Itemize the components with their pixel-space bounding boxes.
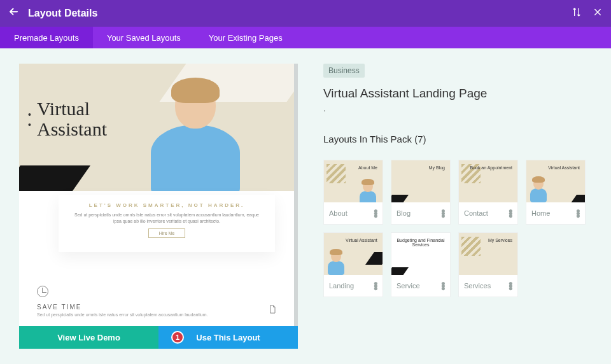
tab-bar: Premade Layouts Your Saved Layouts Your … [0,27,611,48]
decorative-shape [19,165,90,191]
more-icon[interactable]: ●●● [576,209,580,217]
layout-thumb-home[interactable]: Virtual Assistant Home●●● [526,160,586,225]
document-icon [269,305,276,316]
layout-thumb-contact[interactable]: Book an Appointment Contact●●● [458,160,518,225]
close-icon[interactable] [593,8,602,19]
layout-subtitle-dot: . [323,104,592,113]
thumb-title: My Services [488,238,512,242]
layout-thumb-services[interactable]: My Services Services●●● [458,232,518,297]
thumb-label: Contact [464,209,488,217]
thumb-title: Virtual Assistant [346,238,377,242]
clock-icon [37,286,48,297]
preview-card-tagline: LET'S WORK SMARTER, NOT HARDER. [70,202,263,208]
back-icon[interactable] [9,7,19,20]
step-badge: 1 [171,331,184,344]
hero-person-image [148,70,243,191]
layout-thumb-blog[interactable]: My Blog Blog●●● [391,160,451,225]
tab-existing-pages[interactable]: Your Existing Pages [195,27,297,48]
hero-title-line1: Virtual [37,99,107,118]
layout-title: Virtual Assistant Landing Page [323,87,592,101]
layout-preview: •• Virtual Assistant LET'S WORK SMARTER,… [19,64,298,326]
use-this-layout-button[interactable]: 1 Use This Layout [158,326,298,349]
more-icon[interactable]: ●●● [374,282,377,290]
preview-feature-block: SAVE TIME Sed ut perspiciatis unde omnis… [37,286,276,317]
hero-title: Virtual Assistant [37,99,107,139]
thumb-label: Blog [397,209,411,217]
more-icon[interactable]: ●●● [374,209,377,217]
preview-feature-text: Sed ut perspiciatis unde omnis iste natu… [37,312,276,317]
more-icon[interactable]: ●●● [509,282,512,290]
use-this-layout-label: Use This Layout [196,333,260,342]
preview-card-cta: Hire Me [148,228,186,238]
decorative-dots: •• [28,109,32,130]
modal-header: Layout Details [0,0,611,27]
layout-thumb-service[interactable]: Budgeting and Financial Services Service… [391,232,451,297]
sort-icon[interactable] [572,7,582,20]
tab-saved-layouts[interactable]: Your Saved Layouts [93,27,195,48]
thumb-label: About [329,209,348,217]
thumb-title: Book an Appointment [470,165,512,170]
modal-title: Layout Details [28,8,97,19]
more-icon[interactable]: ●●● [509,209,512,217]
tab-premade-layouts[interactable]: Premade Layouts [0,27,93,48]
category-chip[interactable]: Business [323,64,365,78]
preview-feature-heading: SAVE TIME [37,304,276,311]
thumb-label: Landing [329,282,354,290]
preview-card: LET'S WORK SMARTER, NOT HARDER. Sed ut p… [59,195,275,252]
layout-thumb-landing[interactable]: Virtual Assistant Landing●●● [323,232,383,297]
more-icon[interactable]: ●●● [441,209,445,217]
preview-card-text: Sed ut perspiciatis unde omnis iste natu… [70,212,263,225]
pack-heading: Layouts In This Pack (7) [323,134,592,144]
thumb-title: Virtual Assistant [548,165,580,170]
thumb-label: Home [531,209,550,217]
more-icon[interactable]: ●●● [441,282,445,290]
thumb-title: My Blog [429,165,445,170]
thumb-label: Service [397,282,420,290]
thumb-title: About Me [358,165,377,170]
hero-title-line2: Assistant [37,118,107,139]
thumb-label: Services [464,282,491,290]
view-live-demo-button[interactable]: View Live Demo [19,326,158,349]
thumb-title: Budgeting and Financial Services [391,238,450,247]
view-live-demo-label: View Live Demo [57,333,120,342]
layout-thumb-about[interactable]: About Me About●●● [323,160,383,225]
